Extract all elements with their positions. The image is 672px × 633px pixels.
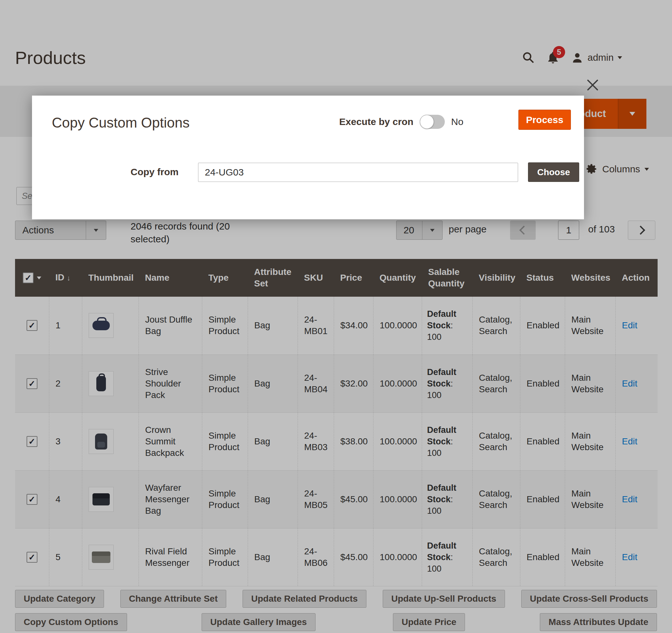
execute-by-cron-toggle[interactable] — [420, 115, 445, 129]
execute-by-cron-state: No — [451, 117, 463, 127]
modal-close-button[interactable] — [584, 77, 601, 93]
copy-from-input[interactable] — [198, 163, 518, 182]
execute-by-cron-label: Execute by cron — [339, 117, 413, 127]
execute-by-cron-group: Execute by cron No — [339, 111, 463, 132]
modal-title: Copy Custom Options — [52, 115, 189, 131]
modal-backdrop — [0, 0, 672, 633]
copy-custom-options-modal: Copy Custom Options Execute by cron No P… — [32, 96, 584, 219]
toggle-knob — [420, 115, 434, 129]
choose-button[interactable]: Choose — [528, 162, 579, 182]
copy-from-label: Copy from — [125, 167, 178, 177]
process-button[interactable]: Process — [519, 110, 571, 130]
